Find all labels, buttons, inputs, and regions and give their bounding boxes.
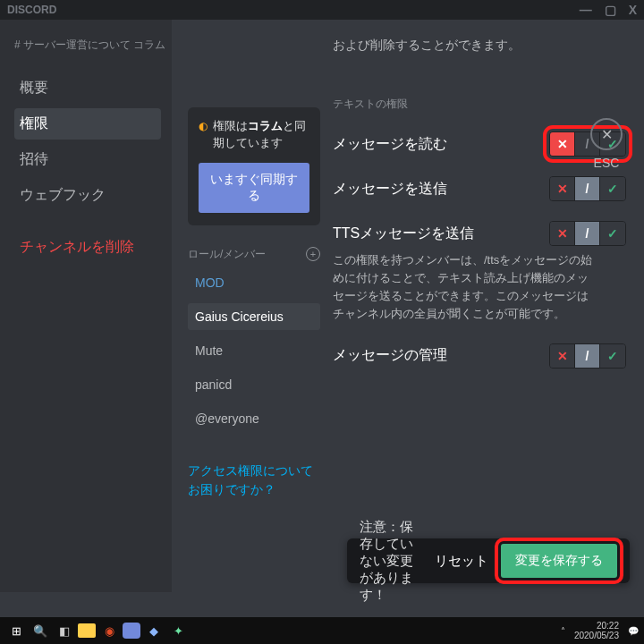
add-role-icon[interactable]: + — [306, 247, 320, 261]
perm-label: メッセージの管理 — [333, 346, 447, 365]
close-icon: ✕ — [590, 118, 623, 150]
brand-logo: DISCORD — [7, 4, 56, 16]
perm-toggle-send-tts[interactable]: ✕ / ✓ — [549, 221, 626, 246]
roles-heading-label: ロール/メンバー — [188, 247, 266, 262]
role-item-gaius[interactable]: Gaius Cicereius — [188, 303, 320, 330]
perm-send-messages: メッセージを送信 ✕ / ✓ — [329, 176, 626, 201]
role-item-everyone[interactable]: @everyone — [188, 405, 320, 432]
sync-now-button[interactable]: いますぐ同期する — [199, 163, 309, 213]
taskbar-app-icon[interactable]: ✦ — [167, 620, 189, 641]
perm-description: この権限を持つメンバーは、/ttsをメッセージの始めに付けることで、テキスト読み… — [333, 251, 596, 324]
settings-sidebar: # サーバー運営について コラム 概要 権限 招待 ウェブフック チャンネルを削… — [0, 20, 172, 592]
sync-status-text: 権限はコラムと同期しています — [213, 118, 309, 152]
perm-read-messages: メッセージを読む ✕ / ✓ — [329, 131, 626, 157]
perm-toggle-send-messages[interactable]: ✕ / ✓ — [549, 176, 626, 201]
perm-manage-messages: メッセージの管理 ✕ / ✓ — [329, 343, 626, 369]
sidebar-item-permissions[interactable]: 権限 — [14, 108, 161, 140]
save-changes-button[interactable]: 変更を保存する — [501, 544, 617, 578]
perm-pass[interactable]: / — [575, 222, 600, 245]
perm-allow[interactable]: ✓ — [600, 177, 625, 200]
perm-allow[interactable]: ✓ — [600, 222, 625, 245]
role-item-mod[interactable]: MOD — [188, 269, 320, 296]
perm-toggle-manage-messages[interactable]: ✕ / ✓ — [549, 343, 626, 369]
perms-section-heading: テキストの権限 — [333, 97, 626, 112]
windows-taskbar: ⊞ 🔍 ◧ ◉ ◆ ✦ ˄ 20:22 2020/05/23 💬 — [0, 617, 644, 644]
perm-label: メッセージを読む — [333, 135, 447, 154]
roles-list-header: ロール/メンバー + — [188, 247, 320, 262]
perm-deny[interactable]: ✕ — [550, 222, 575, 245]
perm-allow[interactable]: ✓ — [600, 344, 625, 368]
role-item-mute[interactable]: Mute — [188, 337, 320, 364]
perm-label: メッセージを送信 — [333, 180, 447, 199]
taskbar-app-icon[interactable]: ◆ — [143, 620, 165, 641]
permission-sync-box: ◐ 権限はコラムと同期しています いますぐ同期する — [188, 107, 320, 225]
permissions-column: および削除することができます。 テキストの権限 メッセージを読む ✕ / ✓ — [329, 20, 644, 592]
shield-icon: ◐ — [199, 120, 208, 132]
close-settings-button[interactable]: ✕ ESC — [590, 118, 623, 170]
settings-content: ◐ 権限はコラムと同期しています いますぐ同期する ロール/メンバー + MOD… — [172, 20, 644, 592]
perm-pass[interactable]: / — [575, 344, 600, 368]
esc-label: ESC — [594, 156, 620, 170]
role-item-panicd[interactable]: panicd — [188, 371, 320, 398]
roles-column: ◐ 権限はコラムと同期しています いますぐ同期する ロール/メンバー + MOD… — [172, 20, 329, 592]
taskbar-taskview-icon[interactable]: ◧ — [54, 620, 75, 641]
reset-button[interactable]: リセット — [435, 553, 488, 570]
taskbar-chrome-icon[interactable]: ◉ — [98, 620, 120, 641]
sidebar-item-invites[interactable]: 招待 — [14, 144, 161, 175]
tray-chevron-icon[interactable]: ˄ — [561, 626, 565, 636]
channel-heading: # サーバー運営について コラム — [14, 38, 161, 53]
sidebar-item-delete-channel[interactable]: チャンネルを削除 — [14, 232, 161, 263]
window-close[interactable]: X — [629, 3, 637, 17]
taskbar-clock[interactable]: 20:22 2020/05/23 — [574, 621, 619, 640]
perm-deny[interactable]: ✕ — [550, 344, 575, 368]
window-maximize[interactable]: ▢ — [605, 3, 616, 17]
truncated-description: および削除することができます。 — [333, 38, 626, 54]
unsaved-message: 注意：保存していない変更があります！ — [360, 519, 422, 604]
perm-label: TTSメッセージを送信 — [333, 225, 474, 243]
perm-pass[interactable]: / — [575, 177, 600, 200]
taskbar-search-icon[interactable]: 🔍 — [30, 620, 51, 641]
window-minimize[interactable]: — — [580, 3, 592, 17]
perm-send-tts: TTSメッセージを送信 ✕ / ✓ この権限を持つメンバーは、/ttsをメッセー… — [329, 221, 626, 324]
perm-deny[interactable]: ✕ — [550, 132, 575, 156]
perm-deny[interactable]: ✕ — [550, 177, 575, 200]
sidebar-item-overview[interactable]: 概要 — [14, 72, 161, 104]
taskbar-explorer-icon[interactable] — [78, 623, 96, 638]
tray-notification-icon[interactable]: 💬 — [628, 626, 639, 636]
start-button[interactable]: ⊞ — [5, 620, 27, 641]
sidebar-item-webhooks[interactable]: ウェブフック — [14, 180, 161, 211]
unsaved-changes-bar: 注意：保存していない変更があります！ リセット 変更を保存する — [347, 538, 630, 583]
window-titlebar: DISCORD — ▢ X — [0, 0, 644, 20]
permissions-help-link[interactable]: アクセス権限についてお困りですか？ — [188, 462, 320, 499]
taskbar-discord-icon[interactable] — [123, 623, 140, 639]
